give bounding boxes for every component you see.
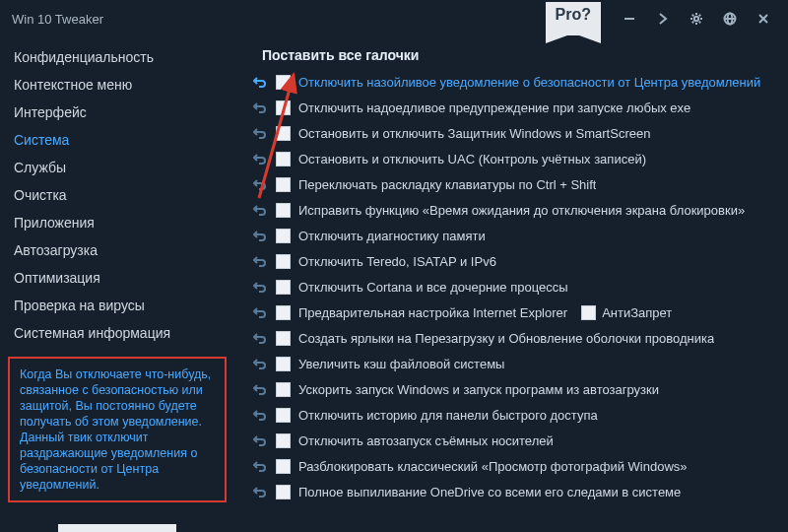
revert-icon[interactable] [252,176,268,192]
tweak-label[interactable]: Увеличить кэш файловой системы [298,357,504,371]
revert-icon[interactable] [252,151,268,166]
sidebar-item[interactable]: Очистка [0,181,234,209]
sidebar-item-label: Очистка [14,187,67,203]
tweak-row: Отключить надоедливое предупреждение при… [252,95,782,120]
tweak-label[interactable]: Исправить функцию «Время ожидания до отк… [298,203,745,218]
titlebar-controls: Pro? [546,2,780,35]
tweak-row: Отключить Teredo, ISATAP и IPv6 [252,248,782,274]
sidebar-item[interactable]: Конфиденциальность [0,43,234,71]
revert-icon[interactable] [252,279,268,295]
revert-icon[interactable] [252,356,268,371]
tweak-label[interactable]: Переключать раскладку клавиатуры по Ctrl… [298,177,596,192]
tweak-label[interactable]: Полное выпиливание OneDrive со всеми его… [298,485,681,499]
revert-icon[interactable] [252,253,268,269]
sidebar-item-label: Службы [14,160,66,175]
revert-icon[interactable] [252,125,268,141]
close-button[interactable] [747,4,780,33]
revert-icon[interactable] [252,484,268,499]
tweak-label[interactable]: Разблокировать классический «Просмотр фо… [298,459,688,474]
settings-button[interactable] [680,4,713,33]
tweak-label[interactable]: Отключить назойливое уведомление о безоп… [298,75,760,90]
tweak-row: Отключить историю для панели быстрого до… [252,402,782,428]
sidebar-item[interactable]: Системная информация [0,319,234,347]
tweak-checkbox[interactable] [276,126,291,141]
sidebar-item[interactable]: Службы [0,154,234,181]
sidebar-nav: КонфиденциальностьКонтекстное менюИнтерф… [0,43,234,351]
section-title[interactable]: Поставить все галочки [262,47,782,63]
apply-button[interactable]: Применить [58,524,175,532]
tweak-checkbox[interactable] [276,254,291,269]
main-panel: Поставить все галочки Отключить назойлив… [234,37,788,532]
tweak-checkbox[interactable] [276,203,291,218]
revert-icon[interactable] [252,304,268,320]
tweak-checkbox[interactable] [276,100,291,115]
sidebar-item-label: Контекстное меню [14,77,132,93]
tweak-label[interactable]: Создать ярлыки на Перезагрузку и Обновле… [298,331,714,346]
sidebar-item[interactable]: Контекстное меню [0,71,234,99]
tweak-checkbox[interactable] [276,485,291,499]
tweak-checkbox[interactable] [276,177,291,192]
sidebar-item[interactable]: Автозагрузка [0,236,234,264]
sidebar-item-label: Интерфейс [14,104,87,120]
sidebar-item[interactable]: Приложения [0,209,234,236]
tweak-label[interactable]: Отключить Cortana и все дочерние процесс… [298,280,568,295]
tweak-label[interactable]: Отключить Teredo, ISATAP и IPv6 [298,254,496,269]
tweak-label[interactable]: Отключить автозапуск съёмных носителей [298,433,554,448]
tweak-row: Ускорить запуск Windows и запуск програм… [252,376,782,402]
tweak-extra-label[interactable]: АнтиЗапрет [602,305,672,320]
tweak-label[interactable]: Отключить диагностику памяти [298,229,486,243]
minimize-icon [623,12,636,26]
revert-icon[interactable] [252,100,268,115]
next-button[interactable] [646,4,680,33]
tweak-checkbox[interactable] [276,229,291,243]
tweak-label[interactable]: Остановить и отключить UAC (Контроль учё… [298,152,646,166]
revert-icon[interactable] [252,330,268,346]
globe-icon [723,12,737,26]
app-title: Win 10 Tweaker [12,12,103,27]
tweak-row: Отключить назойливое уведомление о безоп… [252,69,782,95]
tweak-row: Полное выпиливание OneDrive со всеми его… [252,479,782,504]
tweak-checkbox[interactable] [276,408,291,423]
tweak-checkbox[interactable] [276,459,291,474]
tweak-checkbox[interactable] [276,280,291,295]
sidebar-item[interactable]: Проверка на вирусы [0,292,234,319]
sidebar-item[interactable]: Система [0,126,234,154]
sidebar-item-label: Система [14,132,69,148]
revert-icon[interactable] [252,381,268,397]
revert-icon[interactable] [252,74,268,90]
tweak-checkbox[interactable] [276,305,291,320]
tweak-extra-checkbox[interactable] [581,305,596,320]
revert-icon[interactable] [252,458,268,474]
tweak-checkbox[interactable] [276,382,291,397]
gear-icon [690,12,703,26]
tweak-checkbox[interactable] [276,75,291,90]
revert-icon[interactable] [252,407,268,423]
tweak-row: Отключить Cortana и все дочерние процесс… [252,274,782,299]
tweak-row: Исправить функцию «Время ожидания до отк… [252,197,782,223]
language-button[interactable] [713,4,747,33]
minimize-button[interactable] [613,4,646,33]
tweak-label[interactable]: Отключить надоедливое предупреждение при… [298,100,690,115]
revert-icon[interactable] [252,202,268,218]
tweak-label[interactable]: Ускорить запуск Windows и запуск програм… [298,382,659,397]
tweak-label[interactable]: Остановить и отключить Защитник Windows … [298,126,650,141]
tweak-checkbox[interactable] [276,357,291,371]
sidebar-item[interactable]: Интерфейс [0,99,234,126]
svg-point-1 [694,17,698,21]
tweak-label[interactable]: Отключить историю для панели быстрого до… [298,408,598,423]
tweak-row: Создать ярлыки на Перезагрузку и Обновле… [252,325,782,351]
tweak-row: Увеличить кэш файловой системы [252,351,782,376]
tweak-label[interactable]: Предварительная настройка Internet Explo… [298,305,567,320]
tweak-row: Остановить и отключить UAC (Контроль учё… [252,146,782,171]
tweak-row: Остановить и отключить Защитник Windows … [252,120,782,146]
pro-ribbon[interactable]: Pro? [546,2,601,35]
sidebar-item-label: Проверка на вирусы [14,298,145,313]
revert-icon[interactable] [252,432,268,448]
revert-icon[interactable] [252,228,268,243]
tweak-checkbox[interactable] [276,433,291,448]
tweak-checkbox[interactable] [276,331,291,346]
hint-box: Когда Вы отключаете что-нибудь, связанно… [8,357,227,502]
sidebar-item-label: Автозагрузка [14,242,98,258]
sidebar-item[interactable]: Оптимизация [0,264,234,292]
tweak-checkbox[interactable] [276,152,291,166]
